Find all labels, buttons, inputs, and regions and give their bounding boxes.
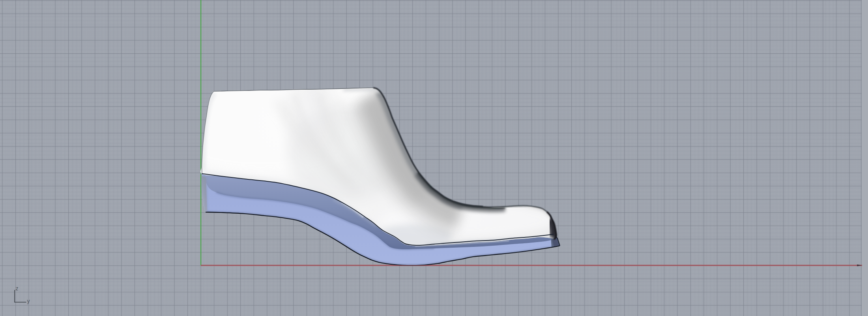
svg-text:z: z xyxy=(16,285,19,292)
svg-text:y: y xyxy=(27,298,30,304)
